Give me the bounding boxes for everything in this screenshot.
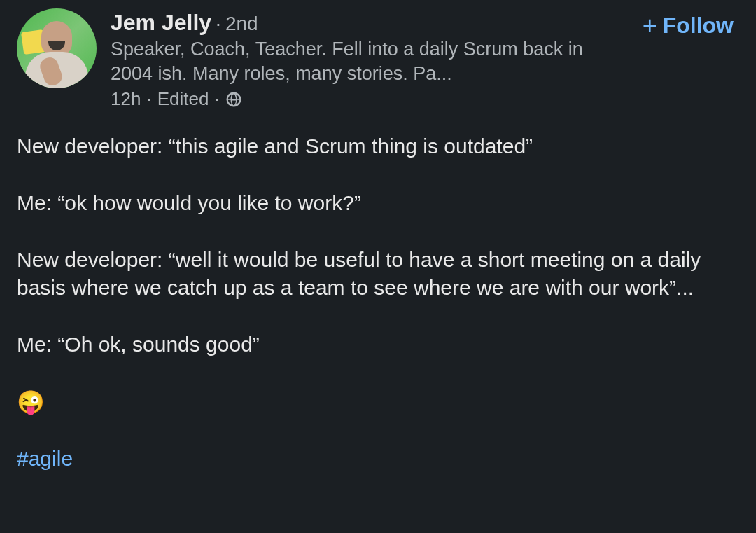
post-paragraph: New developer: “well it would be useful … [17,246,739,303]
emoji-wink: 😜 [17,387,739,418]
post-card: Jem Jelly · 2nd Speaker, Coach, Teacher.… [0,0,756,473]
post-paragraph: Me: “ok how would you like to work?” [17,189,739,218]
post-meta: 12h · Edited · [111,88,739,110]
separator-dot: · [146,88,151,110]
post-paragraph: Me: “Oh ok, sounds good” [17,331,739,359]
globe-icon [225,91,242,108]
post-paragraph: New developer: “this agile and Scrum thi… [17,132,739,161]
connection-degree: 2nd [225,13,258,35]
separator-dot: · [214,88,219,110]
separator-dot: · [216,13,221,35]
post-header: Jem Jelly · 2nd Speaker, Coach, Teacher.… [17,8,739,110]
author-avatar[interactable] [17,8,97,88]
author-headline: Speaker, Coach, Teacher. Fell into a dai… [111,37,601,85]
follow-label: Follow [663,13,734,39]
hashtag-link[interactable]: #agile [17,447,73,470]
edited-label: Edited [158,88,209,110]
plus-icon: + [643,13,657,39]
post-body: New developer: “this agile and Scrum thi… [17,132,739,473]
author-name[interactable]: Jem Jelly [111,10,211,36]
follow-button[interactable]: + Follow [643,13,734,39]
post-timestamp: 12h [111,88,141,110]
